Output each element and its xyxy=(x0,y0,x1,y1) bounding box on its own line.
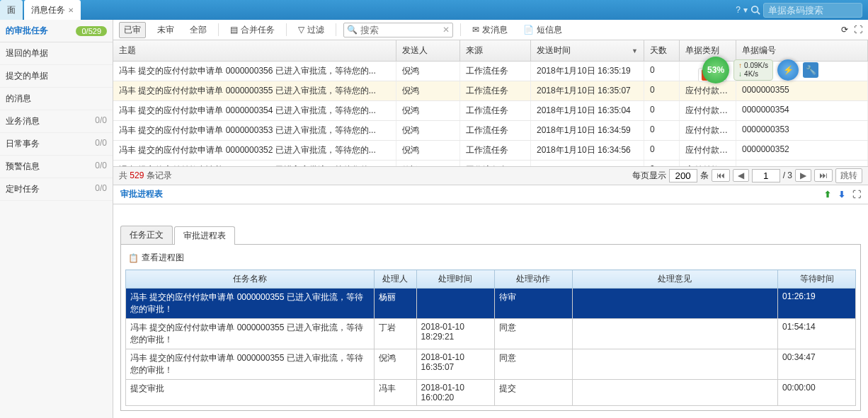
cell-subject: 冯丰 提交的应付付款申请单 0000000353 已进入审批流，等待您的... xyxy=(113,121,396,140)
cell-num: 0000000352 xyxy=(736,141,868,160)
top-bar: 面 消息任务✕ ? ▾ xyxy=(0,0,868,20)
sidebar-item-submitted[interactable]: 提交的单据 xyxy=(0,65,113,88)
cell-type: 应付付款申... xyxy=(680,81,736,100)
accelerator-icon[interactable]: ⚡ xyxy=(777,59,799,81)
mail-icon: ✉ xyxy=(472,25,479,35)
system-monitor-widget[interactable]: 53% ↑0.09K/s ↓4K/s ⚡ 🔧 xyxy=(702,57,818,83)
col-subject[interactable]: 主题 xyxy=(113,40,396,61)
proc-col-opinion[interactable]: 处理意见 xyxy=(572,270,777,289)
tab-all[interactable]: 全部 xyxy=(185,23,211,37)
process-row[interactable]: 冯丰 提交的应付付款申请单 0000000355 已进入审批流，等待您的审批！丁… xyxy=(126,319,856,349)
expand-icon[interactable]: ⛶ xyxy=(854,25,862,35)
proc-cell-name: 冯丰 提交的应付付款申请单 0000000355 已进入审批流，等待您的审批！ xyxy=(126,289,375,319)
sidebar-item-timed[interactable]: 定时任务0/0 xyxy=(0,178,113,201)
merge-button[interactable]: ▤合并任务 xyxy=(226,23,279,37)
help-icon[interactable]: ? xyxy=(736,5,741,15)
tab-home[interactable]: 面 xyxy=(0,0,23,20)
list-icon: ▤ xyxy=(230,25,238,35)
sidebar-item-messages[interactable]: 的消息 xyxy=(0,88,113,110)
cell-days: 0 xyxy=(644,81,680,100)
page-input[interactable] xyxy=(752,169,780,182)
first-page-button[interactable]: ⏮ xyxy=(712,169,730,182)
cell-days: 0 xyxy=(644,101,680,120)
col-time[interactable]: 发送时间▼ xyxy=(531,40,644,61)
diagram-icon: 📋 xyxy=(128,253,139,263)
pager: 共 529 条记录 每页显示 条 ⏮ ◀ / 3 ▶ ⏭ 跳转 xyxy=(113,167,868,185)
col-days[interactable]: 天数 xyxy=(644,40,680,61)
filter-button[interactable]: ▽过滤 xyxy=(294,23,329,37)
barcode-search-input[interactable] xyxy=(763,3,862,18)
send-message-button[interactable]: ✉发消息 xyxy=(468,23,512,37)
badge-count: 0/529 xyxy=(76,26,107,36)
cell-num: 0000000354 xyxy=(736,101,868,120)
proc-cell-action: 同意 xyxy=(494,349,572,380)
clear-search-icon[interactable]: ✕ xyxy=(442,25,450,35)
table-row[interactable]: 冯丰 提交的应付付款申请单 0000000351 已进入审批流，等待您的...倪… xyxy=(113,161,868,166)
tab-process[interactable]: 审批进程表 xyxy=(174,226,235,245)
process-row[interactable]: 提交审批冯丰2018-01-10 16:00:20提交00:00:00 xyxy=(126,380,856,406)
proc-col-action[interactable]: 处理动作 xyxy=(494,270,572,289)
download-icon: ↓ xyxy=(738,70,742,79)
prev-page-button[interactable]: ◀ xyxy=(733,169,749,182)
sidebar-item-daily[interactable]: 日常事务0/0 xyxy=(0,133,113,156)
col-source[interactable]: 来源 xyxy=(460,40,531,61)
proc-cell-time: 2018-01-10 18:29:21 xyxy=(416,319,494,349)
sms-button[interactable]: 📄短信息 xyxy=(519,23,566,37)
view-diagram-button[interactable]: 📋 查看进程图 xyxy=(125,249,856,267)
next-page-button[interactable]: ▶ xyxy=(795,169,811,182)
cell-time xyxy=(531,161,644,166)
proc-cell-name: 冯丰 提交的应付付款申请单 0000000355 已进入审批流，等待您的审批！ xyxy=(126,349,375,380)
cell-days: 0 xyxy=(644,62,680,81)
proc-col-name[interactable]: 任务名称 xyxy=(126,270,375,289)
process-row[interactable]: 冯丰 提交的应付付款申请单 0000000355 已进入审批流，等待您的审批！倪… xyxy=(126,349,856,380)
proc-cell-time: 2018-01-10 16:00:20 xyxy=(416,380,494,406)
proc-col-time[interactable]: 处理时间 xyxy=(416,270,494,289)
proc-cell-wait: 01:26:19 xyxy=(778,289,856,319)
arrow-down-icon[interactable]: ⬇ xyxy=(838,190,845,199)
cell-sender: 倪鸿 xyxy=(396,101,460,120)
tab-pending[interactable]: 未审 xyxy=(153,23,178,37)
expand-panel-icon[interactable]: ⛶ xyxy=(852,190,861,199)
dropdown-icon[interactable]: ▾ xyxy=(743,5,748,15)
cell-source: 工作流任务 xyxy=(460,161,531,166)
total-pages: / 3 xyxy=(783,170,792,180)
process-table: 任务名称 处理人 处理时间 处理动作 处理意见 等待时间 冯丰 提交的应付付款申… xyxy=(125,269,856,406)
cell-num xyxy=(736,161,868,166)
cell-sender: 倪鸿 xyxy=(396,81,460,100)
table-row[interactable]: 冯丰 提交的应付付款申请单 0000000354 已进入审批流，等待您的...倪… xyxy=(113,101,868,121)
col-sender[interactable]: 发送人 xyxy=(396,40,460,61)
table-row[interactable]: 冯丰 提交的应付付款申请单 0000000355 已进入审批流，等待您的...倪… xyxy=(113,81,868,101)
jump-button[interactable]: 跳转 xyxy=(835,168,862,183)
proc-cell-action: 待审 xyxy=(494,289,572,319)
sidebar-item-alert[interactable]: 预警信息0/0 xyxy=(0,156,113,178)
close-icon[interactable]: ✕ xyxy=(68,6,74,14)
table-row[interactable]: 冯丰 提交的应付付款申请单 0000000353 已进入审批流，等待您的...倪… xyxy=(113,121,868,141)
sidebar-item-biz[interactable]: 业务消息0/0 xyxy=(0,110,113,133)
proc-cell-opinion xyxy=(572,289,777,319)
tab-messages[interactable]: 消息任务✕ xyxy=(24,0,81,20)
arrow-up-icon[interactable]: ⬆ xyxy=(824,190,831,199)
tab-approved[interactable]: 已审 xyxy=(119,22,146,38)
cell-time: 2018年1月10日 16:34:56 xyxy=(531,141,644,160)
cell-subject: 冯丰 提交的应付付款申请单 0000000354 已进入审批流，等待您的... xyxy=(113,101,396,120)
wrench-icon[interactable]: 🔧 xyxy=(803,62,818,78)
proc-cell-handler: 倪鸿 xyxy=(374,349,416,380)
cpu-percent-badge[interactable]: 53% xyxy=(702,57,729,83)
cell-source: 工作流任务 xyxy=(460,101,531,120)
cell-time: 2018年1月10日 16:35:19 xyxy=(531,62,644,81)
last-page-button[interactable]: ⏭ xyxy=(814,169,833,182)
tab-task-body[interactable]: 任务正文 xyxy=(120,226,173,244)
search-input[interactable] xyxy=(358,23,442,37)
cell-time: 2018年1月10日 16:35:04 xyxy=(531,101,644,120)
table-row[interactable]: 冯丰 提交的应付付款申请单 0000000352 已进入审批流，等待您的...倪… xyxy=(113,141,868,161)
proc-col-wait[interactable]: 等待时间 xyxy=(778,270,856,289)
perpage-input[interactable] xyxy=(669,169,697,182)
process-row[interactable]: 冯丰 提交的应付付款申请单 0000000355 已进入审批流，等待您的审批！杨… xyxy=(126,289,856,319)
sidebar-header[interactable]: 的审批任务 0/529 xyxy=(0,20,113,42)
cell-source: 工作流任务 xyxy=(460,121,531,140)
sidebar-item-returned[interactable]: 退回的单据 xyxy=(0,42,113,65)
proc-col-handler[interactable]: 处理人 xyxy=(374,270,416,289)
total-count: 529 xyxy=(130,170,144,180)
proc-cell-wait: 00:00:00 xyxy=(778,380,856,406)
refresh-icon[interactable]: ⟳ xyxy=(841,25,848,35)
